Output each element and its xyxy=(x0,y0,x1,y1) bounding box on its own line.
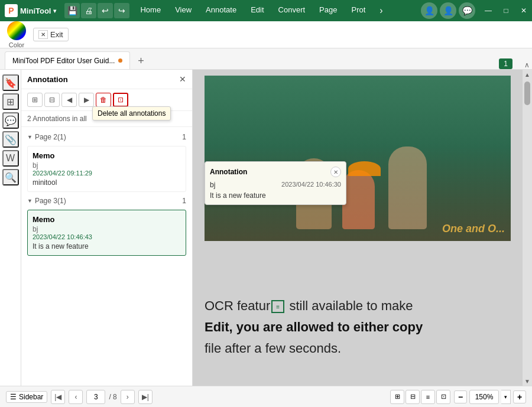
delete-button[interactable]: 🗑 xyxy=(96,93,111,107)
ocr-icon[interactable]: ≡ xyxy=(271,300,284,313)
zoom-out-button[interactable]: − xyxy=(454,390,467,403)
panel-title: Annotation xyxy=(27,75,68,84)
page-group-1: ▼ Page 2(1) 1 Memo bj 2023/04/22 09:11:2… xyxy=(21,131,192,192)
titlebar-right: 👤 👤 💬 xyxy=(421,2,475,19)
titlebar: P MiniTool ▾ 💾 🖨 ↩ ↪ Home View Annotate … xyxy=(0,0,532,21)
color-label: Color xyxy=(9,41,24,48)
word-icon-btn[interactable]: W xyxy=(2,150,19,167)
scrollbar-thumb[interactable] xyxy=(524,82,530,105)
annotation-item-1[interactable]: Memo bj 2023/04/22 09:11:29 minitool xyxy=(27,146,186,192)
scroll-up-arrow[interactable]: ▲ xyxy=(523,70,532,79)
profile-button[interactable]: 👤 xyxy=(421,2,437,19)
chat-button[interactable]: 💬 xyxy=(459,2,475,19)
menu-view[interactable]: View xyxy=(168,3,199,18)
active-tab[interactable]: MiniTool PDF Editor User Guid... xyxy=(5,51,130,69)
image-caption: One and O... xyxy=(442,223,505,235)
panel-close-button[interactable]: ✕ xyxy=(179,74,186,84)
grid-icon-btn[interactable]: ⊞ xyxy=(2,93,19,110)
color-swatch[interactable] xyxy=(7,21,26,40)
delete-all-icon: ⊡ xyxy=(118,96,124,104)
view-buttons: ⊞ ⊟ ≡ ⊡ xyxy=(390,390,450,404)
bookmark-icon-btn[interactable]: 🔖 xyxy=(2,74,19,91)
delete-icon: 🗑 xyxy=(100,96,107,104)
paperclip-icon-btn[interactable]: 📎 xyxy=(2,131,19,148)
pdf-annotation-popup: Annotation ✕ bj 2023/04/22 10:46:30 It i… xyxy=(205,161,346,205)
popup-date: 2023/04/22 10:46:30 xyxy=(281,181,341,189)
annotation-list: ▼ Page 2(1) 1 Memo bj 2023/04/22 09:11:2… xyxy=(21,127,192,386)
menu-page[interactable]: Page xyxy=(312,3,344,18)
expand-panel-button[interactable]: ∧ xyxy=(524,61,530,69)
minimize-button[interactable]: — xyxy=(480,2,497,19)
exit-label: Exit xyxy=(50,30,63,39)
collapse-all-button[interactable]: ⊟ xyxy=(44,93,60,107)
print-button[interactable]: 🖨 xyxy=(81,3,96,18)
single-page-view-button[interactable]: ⊞ xyxy=(390,390,404,404)
next-page-button[interactable]: › xyxy=(121,390,135,404)
pdf-viewer: ▲ ▼ One and O... xyxy=(193,70,532,386)
logo-icon: P xyxy=(5,4,18,17)
tab-title: MiniTool PDF Editor User Guid... xyxy=(12,57,115,65)
exit-button[interactable]: ✕ Exit xyxy=(33,28,69,41)
redo-button[interactable]: ↪ xyxy=(114,3,129,18)
fit-view-button[interactable]: ⊡ xyxy=(436,390,450,404)
prev-icon: ◀ xyxy=(67,96,72,104)
save-button[interactable]: 💾 xyxy=(64,3,80,18)
menu-annotate[interactable]: Annotate xyxy=(199,3,244,18)
annotation-item-2[interactable]: Memo bj 2023/04/22 10:46:43 It is a new … xyxy=(27,210,186,256)
page-number-input[interactable] xyxy=(86,390,105,404)
pdf-scrollbar[interactable]: ▲ ▼ xyxy=(523,70,532,386)
prev-annotation-button[interactable]: ◀ xyxy=(61,93,77,107)
double-page-view-button[interactable]: ⊟ xyxy=(406,390,420,404)
annotation-icon-btn[interactable]: 💬 xyxy=(2,112,19,129)
popup-meta: bj 2023/04/22 10:46:30 xyxy=(210,181,341,189)
expand-all-button[interactable]: ⊞ xyxy=(27,93,43,107)
expand-all-icon: ⊞ xyxy=(32,96,38,104)
next-annotation-button[interactable]: ▶ xyxy=(79,93,94,107)
dropdown-icon[interactable]: ▾ xyxy=(53,8,56,14)
zoom-dropdown-button[interactable]: ▾ xyxy=(501,390,511,404)
menu-more[interactable]: › xyxy=(372,3,390,18)
maximize-button[interactable]: □ xyxy=(498,2,514,19)
delete-all-button[interactable]: ⊡ xyxy=(113,93,128,107)
first-page-button[interactable]: |◀ xyxy=(51,390,65,404)
collapse-all-icon: ⊟ xyxy=(49,96,55,104)
titlebar-actions: 💾 🖨 ↩ ↪ xyxy=(64,3,129,18)
page-group-2-label: Page 3(1) xyxy=(35,197,66,205)
pdf-line-1: OCR featur≡ still available to make xyxy=(205,298,511,314)
undo-button[interactable]: ↩ xyxy=(98,3,113,18)
page-group-2-header[interactable]: ▼ Page 3(1) 1 xyxy=(21,194,192,207)
line3-text: file after a few seconds. xyxy=(205,341,341,356)
ann-content-2: It is a new feature xyxy=(33,242,181,250)
popup-header: Annotation ✕ xyxy=(210,167,341,177)
prev-page-button[interactable]: ‹ xyxy=(69,390,83,404)
page-group-1-label: Page 2(1) xyxy=(35,133,66,141)
scroll-view-button[interactable]: ≡ xyxy=(421,390,435,404)
menu-edit[interactable]: Edit xyxy=(244,3,271,18)
zoom-in-button[interactable]: + xyxy=(513,390,526,403)
pdf-line-2: Edit, you are allowed to either copy xyxy=(205,320,511,335)
popup-content: It is a new feature xyxy=(210,191,341,200)
new-tab-button[interactable]: + xyxy=(132,53,149,69)
menu-prot[interactable]: Prot xyxy=(344,3,372,18)
color-toolbar: Color ✕ Exit xyxy=(0,21,532,48)
account-button[interactable]: 👤 xyxy=(440,2,456,19)
page-group-1-count: 1 xyxy=(182,133,186,141)
window-controls: — □ ✕ xyxy=(480,2,532,19)
menu-home[interactable]: Home xyxy=(133,3,168,18)
app-logo[interactable]: P MiniTool ▾ xyxy=(0,4,61,17)
panel-toolbar: ⊞ ⊟ ◀ ▶ 🗑 ⊡ Delete all annotations xyxy=(21,89,192,111)
annotation-panel: Annotation ✕ ⊞ ⊟ ◀ ▶ 🗑 ⊡ Delete all xyxy=(21,70,193,386)
zoom-input[interactable] xyxy=(469,390,499,404)
last-page-button[interactable]: ▶| xyxy=(138,390,153,404)
panel-header: Annotation ✕ xyxy=(21,70,192,89)
popup-title: Annotation xyxy=(210,168,247,176)
popup-close-button[interactable]: ✕ xyxy=(330,167,341,177)
sidebar-toggle-button[interactable]: ☰ Sidebar xyxy=(6,391,47,403)
page-group-1-header[interactable]: ▼ Page 2(1) 1 xyxy=(21,131,192,144)
close-button[interactable]: ✕ xyxy=(515,2,532,19)
search-icon-btn[interactable]: 🔍 xyxy=(2,169,19,185)
pdf-page-area: One and O... Annotation ✕ bj 2023/04 xyxy=(193,70,523,386)
page-total: / 8 xyxy=(109,393,116,401)
menu-convert[interactable]: Convert xyxy=(271,3,313,18)
scroll-down-arrow[interactable]: ▼ xyxy=(523,376,532,386)
